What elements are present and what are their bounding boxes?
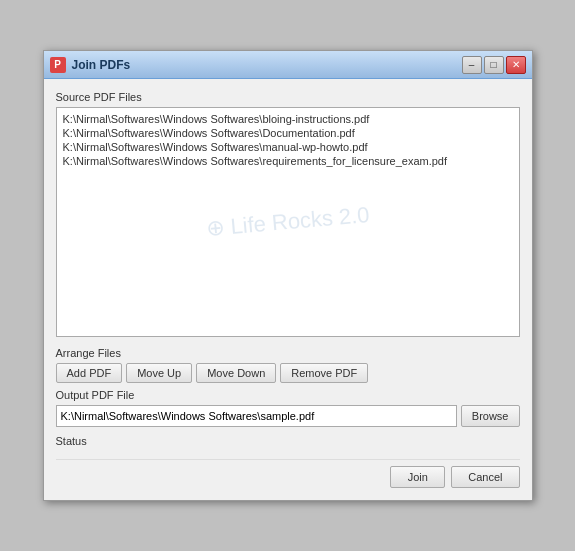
join-pdfs-window: P Join PDFs – □ ✕ Source PDF Files K:\Ni… (43, 50, 533, 501)
list-item: K:\Nirmal\Softwares\Windows Softwares\Do… (61, 126, 515, 140)
bottom-buttons: Join Cancel (56, 459, 520, 488)
browse-button[interactable]: Browse (461, 405, 520, 427)
status-label: Status (56, 435, 520, 447)
status-section: Status (56, 435, 520, 447)
window-icon: P (50, 57, 66, 73)
file-list[interactable]: K:\Nirmal\Softwares\Windows Softwares\bl… (56, 107, 520, 337)
arrange-buttons: Add PDF Move Up Move Down Remove PDF (56, 363, 520, 383)
cancel-button[interactable]: Cancel (451, 466, 519, 488)
list-item: K:\Nirmal\Softwares\Windows Softwares\bl… (61, 112, 515, 126)
title-bar-left: P Join PDFs (50, 57, 131, 73)
add-pdf-button[interactable]: Add PDF (56, 363, 123, 383)
move-down-button[interactable]: Move Down (196, 363, 276, 383)
window-title: Join PDFs (72, 58, 131, 72)
close-button[interactable]: ✕ (506, 56, 526, 74)
title-bar: P Join PDFs – □ ✕ (44, 51, 532, 79)
source-section-label: Source PDF Files (56, 91, 520, 103)
minimize-button[interactable]: – (462, 56, 482, 74)
output-label: Output PDF File (56, 389, 520, 401)
arrange-label: Arrange Files (56, 347, 520, 359)
list-item: K:\Nirmal\Softwares\Windows Softwares\ma… (61, 140, 515, 154)
maximize-button[interactable]: □ (484, 56, 504, 74)
join-button[interactable]: Join (390, 466, 445, 488)
list-item: K:\Nirmal\Softwares\Windows Softwares\re… (61, 154, 515, 168)
move-up-button[interactable]: Move Up (126, 363, 192, 383)
window-content: Source PDF Files K:\Nirmal\Softwares\Win… (44, 79, 532, 500)
file-list-wrapper: K:\Nirmal\Softwares\Windows Softwares\bl… (56, 107, 520, 337)
arrange-section: Arrange Files Add PDF Move Up Move Down … (56, 347, 520, 383)
title-buttons: – □ ✕ (462, 56, 526, 74)
output-row: Browse (56, 405, 520, 427)
remove-pdf-button[interactable]: Remove PDF (280, 363, 368, 383)
output-path-input[interactable] (56, 405, 457, 427)
output-section: Output PDF File Browse (56, 389, 520, 427)
